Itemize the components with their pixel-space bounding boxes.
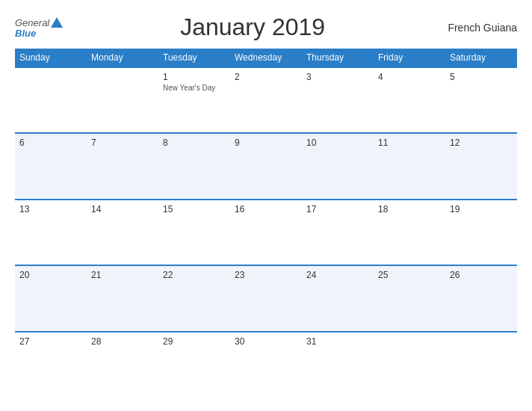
day-number: 26 — [450, 270, 513, 280]
day-number: 11 — [378, 137, 441, 148]
calendar-day-cell: 3 — [302, 67, 374, 133]
day-number: 18 — [378, 204, 441, 214]
day-number: 5 — [450, 72, 513, 82]
day-number: 8 — [163, 137, 226, 148]
logo-general-text: General — [15, 18, 49, 28]
calendar-day-cell: 4 — [374, 67, 445, 133]
weekday-header-thursday: Thursday — [302, 49, 374, 67]
logo-blue-text: Blue — [15, 28, 36, 38]
calendar-day-cell — [374, 332, 445, 398]
calendar-day-cell: 14 — [87, 200, 158, 265]
calendar-day-cell: 31 — [302, 332, 374, 398]
calendar-day-cell: 13 — [15, 200, 87, 265]
calendar-header: SundayMondayTuesdayWednesdayThursdayFrid… — [15, 49, 517, 67]
day-number: 16 — [235, 204, 297, 214]
day-number: 1 — [163, 72, 226, 82]
calendar-day-cell: 29 — [158, 332, 230, 398]
day-number: 4 — [378, 72, 441, 82]
day-number: 28 — [91, 336, 154, 347]
calendar-week-row: 1New Year's Day2345 — [15, 67, 517, 133]
day-number: 31 — [306, 336, 369, 347]
calendar-day-cell: 19 — [445, 200, 517, 265]
day-number: 12 — [450, 137, 513, 148]
day-number: 14 — [91, 204, 154, 214]
calendar-day-cell: 23 — [230, 265, 302, 331]
calendar-table: SundayMondayTuesdayWednesdayThursdayFrid… — [15, 49, 517, 398]
day-number: 19 — [450, 204, 513, 214]
day-number: 13 — [19, 204, 82, 214]
day-event: New Year's Day — [163, 84, 226, 92]
calendar-day-cell: 26 — [445, 265, 517, 331]
calendar-day-cell: 30 — [230, 332, 302, 398]
calendar-day-cell: 2 — [230, 67, 302, 133]
day-number: 20 — [19, 270, 82, 280]
calendar-day-cell: 5 — [445, 67, 517, 133]
weekday-header-saturday: Saturday — [445, 49, 517, 67]
weekday-header-sunday: Sunday — [15, 49, 87, 67]
calendar-day-cell: 17 — [302, 200, 374, 265]
day-number: 30 — [235, 336, 297, 347]
calendar-week-row: 2728293031 — [15, 332, 517, 398]
day-number: 23 — [235, 270, 297, 280]
day-number: 27 — [19, 336, 82, 347]
calendar-body: 1New Year's Day2345678910111213141516171… — [15, 67, 517, 398]
calendar-title: January 2019 — [63, 13, 442, 41]
day-number: 6 — [19, 137, 82, 148]
calendar-day-cell: 27 — [15, 332, 87, 398]
calendar-day-cell — [15, 67, 87, 133]
weekday-header-row: SundayMondayTuesdayWednesdayThursdayFrid… — [15, 49, 517, 67]
calendar-week-row: 20212223242526 — [15, 265, 517, 331]
calendar-day-cell: 18 — [374, 200, 445, 265]
calendar-day-cell: 15 — [158, 200, 230, 265]
weekday-header-tuesday: Tuesday — [158, 49, 230, 67]
calendar-day-cell — [445, 332, 517, 398]
day-number: 22 — [163, 270, 226, 280]
calendar-day-cell: 20 — [15, 265, 87, 331]
weekday-header-friday: Friday — [374, 49, 445, 67]
calendar-day-cell: 12 — [445, 133, 517, 199]
calendar-wrap: SundayMondayTuesdayWednesdayThursdayFrid… — [15, 49, 517, 398]
weekday-header-monday: Monday — [87, 49, 158, 67]
calendar-day-cell: 8 — [158, 133, 230, 199]
calendar-day-cell: 6 — [15, 133, 87, 199]
logo-triangle-icon — [51, 17, 63, 28]
weekday-header-wednesday: Wednesday — [230, 49, 302, 67]
calendar-day-cell: 9 — [230, 133, 302, 199]
day-number: 24 — [306, 270, 369, 280]
header: General Blue January 2019 French Guiana — [15, 13, 517, 41]
day-number: 21 — [91, 270, 154, 280]
day-number: 3 — [306, 72, 369, 82]
calendar-week-row: 13141516171819 — [15, 200, 517, 265]
calendar-day-cell: 28 — [87, 332, 158, 398]
day-number: 17 — [306, 204, 369, 214]
calendar-day-cell: 11 — [374, 133, 445, 199]
day-number: 25 — [378, 270, 441, 280]
day-number: 15 — [163, 204, 226, 214]
region-label: French Guiana — [442, 22, 517, 34]
day-number: 10 — [306, 137, 369, 148]
day-number: 29 — [163, 336, 226, 347]
calendar-page: General Blue January 2019 French Guiana … — [0, 0, 532, 411]
day-number: 7 — [91, 137, 154, 148]
day-number: 2 — [235, 72, 297, 82]
calendar-day-cell: 1New Year's Day — [158, 67, 230, 133]
day-number: 9 — [235, 137, 297, 148]
calendar-week-row: 6789101112 — [15, 133, 517, 199]
calendar-day-cell: 7 — [87, 133, 158, 199]
calendar-day-cell: 10 — [302, 133, 374, 199]
calendar-day-cell — [87, 67, 158, 133]
logo: General Blue — [15, 17, 63, 38]
calendar-day-cell: 22 — [158, 265, 230, 331]
calendar-day-cell: 16 — [230, 200, 302, 265]
calendar-day-cell: 24 — [302, 265, 374, 331]
calendar-day-cell: 21 — [87, 265, 158, 331]
calendar-day-cell: 25 — [374, 265, 445, 331]
